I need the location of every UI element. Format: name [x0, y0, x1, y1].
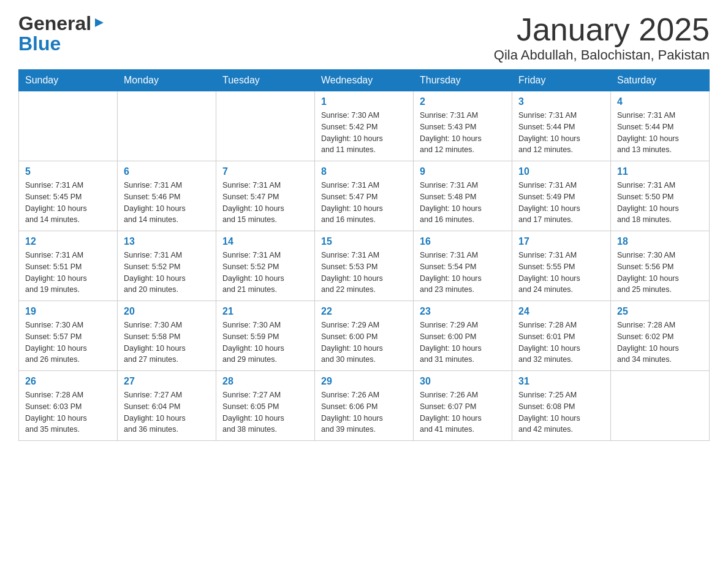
day-number: 28	[222, 376, 308, 387]
calendar-cell: 29Sunrise: 7:26 AM Sunset: 6:06 PM Dayli…	[315, 371, 414, 441]
day-info: Sunrise: 7:31 AM Sunset: 5:47 PM Dayligh…	[321, 180, 407, 226]
day-info: Sunrise: 7:25 AM Sunset: 6:08 PM Dayligh…	[518, 389, 604, 435]
calendar-cell: 21Sunrise: 7:30 AM Sunset: 5:59 PM Dayli…	[216, 301, 315, 371]
day-number: 22	[321, 306, 407, 317]
calendar-cell: 22Sunrise: 7:29 AM Sunset: 6:00 PM Dayli…	[315, 301, 414, 371]
day-number: 19	[25, 306, 111, 317]
day-number: 24	[518, 306, 604, 317]
calendar-cell: 12Sunrise: 7:31 AM Sunset: 5:51 PM Dayli…	[19, 231, 118, 301]
calendar-day-header: Sunday	[19, 70, 118, 91]
day-info: Sunrise: 7:31 AM Sunset: 5:43 PM Dayligh…	[420, 110, 506, 156]
calendar-cell: 15Sunrise: 7:31 AM Sunset: 5:53 PM Dayli…	[315, 231, 414, 301]
calendar-cell	[611, 371, 710, 441]
day-info: Sunrise: 7:31 AM Sunset: 5:53 PM Dayligh…	[321, 250, 407, 296]
calendar-day-header: Tuesday	[216, 70, 315, 91]
day-info: Sunrise: 7:29 AM Sunset: 6:00 PM Dayligh…	[420, 320, 506, 366]
day-number: 3	[518, 96, 604, 107]
calendar-cell: 4Sunrise: 7:31 AM Sunset: 5:44 PM Daylig…	[611, 91, 710, 161]
day-info: Sunrise: 7:26 AM Sunset: 6:06 PM Dayligh…	[321, 389, 407, 435]
day-number: 29	[321, 376, 407, 387]
day-number: 20	[124, 306, 210, 317]
day-info: Sunrise: 7:26 AM Sunset: 6:07 PM Dayligh…	[420, 389, 506, 435]
calendar-week-row: 12Sunrise: 7:31 AM Sunset: 5:51 PM Dayli…	[19, 231, 710, 301]
day-info: Sunrise: 7:28 AM Sunset: 6:02 PM Dayligh…	[617, 320, 703, 366]
day-info: Sunrise: 7:31 AM Sunset: 5:47 PM Dayligh…	[222, 180, 308, 226]
calendar-header-row: SundayMondayTuesdayWednesdayThursdayFrid…	[19, 70, 710, 91]
calendar-week-row: 1Sunrise: 7:30 AM Sunset: 5:42 PM Daylig…	[19, 91, 710, 161]
calendar-cell: 31Sunrise: 7:25 AM Sunset: 6:08 PM Dayli…	[512, 371, 611, 441]
day-info: Sunrise: 7:31 AM Sunset: 5:52 PM Dayligh…	[124, 250, 210, 296]
calendar-cell: 16Sunrise: 7:31 AM Sunset: 5:54 PM Dayli…	[414, 231, 512, 301]
calendar-cell: 20Sunrise: 7:30 AM Sunset: 5:58 PM Dayli…	[118, 301, 216, 371]
location-subtitle: Qila Abdullah, Balochistan, Pakistan	[494, 47, 710, 63]
day-number: 14	[222, 236, 308, 247]
day-info: Sunrise: 7:27 AM Sunset: 6:04 PM Dayligh…	[124, 389, 210, 435]
day-info: Sunrise: 7:31 AM Sunset: 5:44 PM Dayligh…	[617, 110, 703, 156]
calendar-cell: 28Sunrise: 7:27 AM Sunset: 6:05 PM Dayli…	[216, 371, 315, 441]
day-number: 18	[617, 236, 703, 247]
calendar-cell: 3Sunrise: 7:31 AM Sunset: 5:44 PM Daylig…	[512, 91, 611, 161]
calendar-cell: 7Sunrise: 7:31 AM Sunset: 5:47 PM Daylig…	[216, 161, 315, 231]
calendar-cell: 24Sunrise: 7:28 AM Sunset: 6:01 PM Dayli…	[512, 301, 611, 371]
day-info: Sunrise: 7:30 AM Sunset: 5:57 PM Dayligh…	[25, 320, 111, 366]
calendar-cell: 26Sunrise: 7:28 AM Sunset: 6:03 PM Dayli…	[19, 371, 118, 441]
calendar-day-header: Wednesday	[315, 70, 414, 91]
logo-general-text: General	[18, 12, 91, 35]
calendar-cell: 14Sunrise: 7:31 AM Sunset: 5:52 PM Dayli…	[216, 231, 315, 301]
calendar-day-header: Saturday	[611, 70, 710, 91]
day-number: 26	[25, 376, 111, 387]
day-number: 17	[518, 236, 604, 247]
calendar-week-row: 26Sunrise: 7:28 AM Sunset: 6:03 PM Dayli…	[19, 371, 710, 441]
title-area: January 2025 Qila Abdullah, Balochistan,…	[494, 12, 710, 63]
logo-blue-text: Blue	[18, 33, 61, 55]
day-number: 6	[124, 166, 210, 177]
day-info: Sunrise: 7:31 AM Sunset: 5:48 PM Dayligh…	[420, 180, 506, 226]
calendar-cell: 13Sunrise: 7:31 AM Sunset: 5:52 PM Dayli…	[118, 231, 216, 301]
day-number: 27	[124, 376, 210, 387]
day-info: Sunrise: 7:31 AM Sunset: 5:51 PM Dayligh…	[25, 250, 111, 296]
day-number: 11	[617, 166, 703, 177]
day-number: 4	[617, 96, 703, 107]
day-number: 25	[617, 306, 703, 317]
day-number: 9	[420, 166, 506, 177]
day-number: 5	[25, 166, 111, 177]
day-number: 10	[518, 166, 604, 177]
day-info: Sunrise: 7:28 AM Sunset: 6:03 PM Dayligh…	[25, 389, 111, 435]
day-info: Sunrise: 7:31 AM Sunset: 5:46 PM Dayligh…	[124, 180, 210, 226]
day-number: 12	[25, 236, 111, 247]
day-number: 13	[124, 236, 210, 247]
day-number: 16	[420, 236, 506, 247]
calendar-cell: 17Sunrise: 7:31 AM Sunset: 5:55 PM Dayli…	[512, 231, 611, 301]
day-number: 31	[518, 376, 604, 387]
calendar-cell: 8Sunrise: 7:31 AM Sunset: 5:47 PM Daylig…	[315, 161, 414, 231]
day-number: 30	[420, 376, 506, 387]
calendar-cell: 5Sunrise: 7:31 AM Sunset: 5:45 PM Daylig…	[19, 161, 118, 231]
day-number: 21	[222, 306, 308, 317]
day-info: Sunrise: 7:29 AM Sunset: 6:00 PM Dayligh…	[321, 320, 407, 366]
calendar-cell: 1Sunrise: 7:30 AM Sunset: 5:42 PM Daylig…	[315, 91, 414, 161]
calendar-cell	[216, 91, 315, 161]
day-info: Sunrise: 7:30 AM Sunset: 5:59 PM Dayligh…	[222, 320, 308, 366]
day-info: Sunrise: 7:28 AM Sunset: 6:01 PM Dayligh…	[518, 320, 604, 366]
calendar-week-row: 19Sunrise: 7:30 AM Sunset: 5:57 PM Dayli…	[19, 301, 710, 371]
calendar-cell: 11Sunrise: 7:31 AM Sunset: 5:50 PM Dayli…	[611, 161, 710, 231]
logo-arrow-icon	[93, 16, 106, 32]
calendar-cell: 2Sunrise: 7:31 AM Sunset: 5:43 PM Daylig…	[414, 91, 512, 161]
day-info: Sunrise: 7:31 AM Sunset: 5:52 PM Dayligh…	[222, 250, 308, 296]
page-header: General Blue January 2025 Qila Abdullah,…	[18, 12, 710, 63]
calendar-cell	[118, 91, 216, 161]
day-info: Sunrise: 7:31 AM Sunset: 5:45 PM Dayligh…	[25, 180, 111, 226]
month-title: January 2025	[494, 12, 710, 47]
svg-marker-0	[95, 18, 104, 27]
day-number: 8	[321, 166, 407, 177]
day-number: 1	[321, 96, 407, 107]
day-info: Sunrise: 7:30 AM Sunset: 5:42 PM Dayligh…	[321, 110, 407, 156]
calendar-cell: 19Sunrise: 7:30 AM Sunset: 5:57 PM Dayli…	[19, 301, 118, 371]
calendar-cell	[19, 91, 118, 161]
logo: General Blue	[18, 12, 106, 55]
calendar-cell: 10Sunrise: 7:31 AM Sunset: 5:49 PM Dayli…	[512, 161, 611, 231]
calendar-cell: 25Sunrise: 7:28 AM Sunset: 6:02 PM Dayli…	[611, 301, 710, 371]
calendar-table: SundayMondayTuesdayWednesdayThursdayFrid…	[18, 69, 710, 441]
day-info: Sunrise: 7:31 AM Sunset: 5:50 PM Dayligh…	[617, 180, 703, 226]
calendar-day-header: Thursday	[414, 70, 512, 91]
